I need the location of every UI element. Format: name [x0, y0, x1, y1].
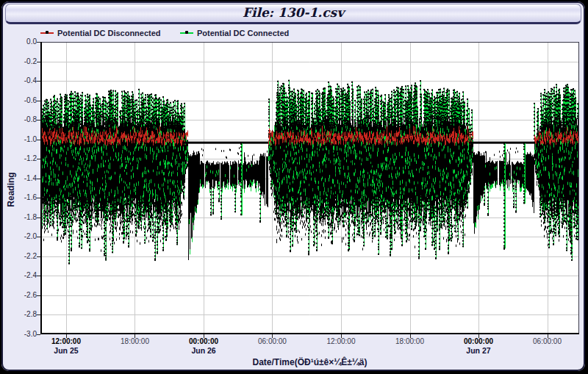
window-title: File: 130-1.csv [243, 5, 344, 20]
x-tick-time: 00:00:00 [454, 337, 503, 345]
y-tick-label: -3.0 [12, 330, 37, 338]
x-tick-time: 06:00:00 [523, 337, 572, 345]
legend-label: Potential DC Connected [197, 29, 289, 37]
y-tick-mark [37, 198, 40, 198]
x-tick-time: 00:00:00 [179, 337, 228, 345]
y-tick-mark [37, 256, 40, 257]
x-tick-mark [272, 334, 273, 338]
y-tick-mark [37, 276, 40, 276]
x-tick-date: Jun 27 [454, 346, 503, 355]
x-tick-date: Jun 25 [42, 346, 90, 355]
legend-item-0[interactable]: Potential DC Disconnected [40, 28, 161, 38]
x-tick-mark [341, 334, 342, 338]
x-tick-time: 18:00:00 [110, 337, 159, 345]
x-tick-time: 12:00:00 [42, 337, 90, 345]
y-tick-mark [37, 81, 40, 82]
y-tick-mark [37, 217, 40, 218]
y-tick-label: -1.2 [12, 154, 37, 162]
y-tick-mark [37, 314, 40, 315]
x-axis-label: Date/Time(ÖÐ¹ú±ê×¼Ê±¼ä) [40, 357, 579, 367]
x-tick-time: 06:00:00 [248, 337, 296, 345]
y-tick-mark [37, 101, 40, 101]
chart-window: File: 130-1.csv Potential DC Disconnecte… [1, 1, 585, 371]
x-tick-mark [204, 334, 204, 338]
x-tick-mark [135, 334, 135, 338]
legend-marker-icon [40, 29, 54, 37]
y-tick-label: -2.0 [12, 232, 37, 240]
legend-label: Potential DC Disconnected [57, 29, 161, 37]
y-tick-label: -0.6 [12, 96, 37, 104]
x-tick-date: Jun 26 [179, 346, 228, 355]
x-tick-mark [66, 334, 67, 338]
y-tick-label: -1.4 [12, 174, 37, 182]
y-tick-mark [37, 334, 40, 335]
chart-canvas[interactable] [40, 42, 579, 334]
y-tick-label: -1.0 [12, 135, 37, 143]
x-tick-mark [410, 334, 411, 338]
y-tick-label: -1.8 [12, 213, 37, 221]
y-tick-mark [37, 237, 40, 237]
y-tick-label: -2.8 [12, 310, 37, 318]
x-tick-time: 18:00:00 [386, 337, 434, 345]
legend-marker-icon [180, 29, 193, 37]
y-tick-mark [37, 120, 40, 121]
y-tick-label: -0.2 [12, 57, 37, 65]
y-tick-label: -1.6 [12, 193, 37, 201]
y-tick-label: -2.2 [12, 252, 37, 260]
y-tick-label: -2.4 [12, 271, 37, 279]
legend-item-1[interactable]: Potential DC Connected [180, 28, 289, 38]
x-tick-mark [548, 334, 548, 338]
y-tick-mark [37, 295, 40, 296]
y-tick-label: -0.4 [12, 76, 37, 84]
x-tick-mark [478, 334, 479, 338]
y-tick-label: -2.6 [12, 291, 37, 299]
x-tick-time: 12:00:00 [317, 337, 365, 345]
y-tick-mark [37, 179, 40, 179]
title-bar[interactable]: File: 130-1.csv [5, 4, 581, 24]
y-tick-label: -0.8 [12, 115, 37, 123]
y-tick-label: 0.0 [12, 37, 37, 46]
y-tick-mark [37, 140, 40, 140]
y-tick-mark [37, 42, 40, 43]
y-tick-mark [37, 62, 40, 62]
y-tick-mark [37, 159, 40, 159]
